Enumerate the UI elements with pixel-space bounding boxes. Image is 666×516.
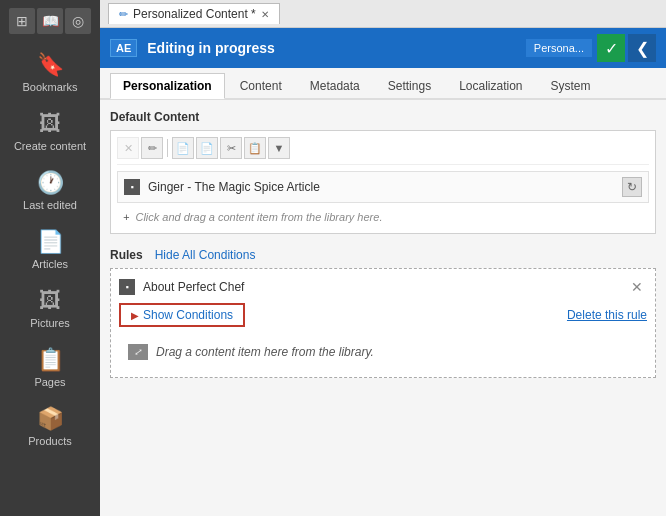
hide-conditions-link[interactable]: Hide All Conditions — [155, 248, 256, 262]
book-icon[interactable]: 📖 — [37, 8, 63, 34]
show-conditions-label: Show Conditions — [143, 308, 233, 322]
add-item-row: + Click and drag a content item from the… — [117, 207, 649, 227]
collapse-button[interactable]: ❮ — [628, 34, 656, 62]
persona-badge: Persona... — [526, 39, 592, 57]
close-tab-icon[interactable]: ✕ — [261, 9, 269, 20]
editing-status: Editing in progress — [147, 40, 526, 56]
ae-badge: AE — [110, 39, 137, 57]
edit-button[interactable]: ✏ — [141, 137, 163, 159]
content-item-action[interactable]: ↻ — [622, 177, 642, 197]
tab-settings[interactable]: Settings — [375, 73, 444, 99]
cut-button[interactable]: ✂ — [220, 137, 242, 159]
grid-icon[interactable]: ⊞ — [9, 8, 35, 34]
main-panel: ✏ Personalized Content * ✕ AE Editing in… — [100, 0, 666, 516]
drag-here-area: ⤢ Drag a content item here from the libr… — [119, 335, 647, 369]
products-icon: 📦 — [37, 406, 64, 432]
sidebar-item-pages[interactable]: 📋 Pages — [5, 339, 95, 396]
last-edited-icon: 🕐 — [37, 170, 64, 196]
rules-title: Rules — [110, 248, 143, 262]
arrow-icon: ▶ — [131, 310, 139, 321]
content-item-label: Ginger - The Magic Spice Article — [148, 180, 622, 194]
copy-button[interactable]: 📄 — [172, 137, 194, 159]
sidebar-item-label: Pictures — [30, 317, 70, 329]
pencil-icon: ✏ — [119, 8, 128, 21]
create-content-icon: 🖼 — [39, 111, 61, 137]
settings-icon[interactable]: ◎ — [65, 8, 91, 34]
rule-close-icon[interactable]: ✕ — [627, 277, 647, 297]
sidebar-item-label: Last edited — [23, 199, 77, 211]
tab-personalization[interactable]: Personalization — [110, 73, 225, 99]
rules-header: Rules Hide All Conditions — [110, 248, 656, 262]
check-button[interactable]: ✓ — [597, 34, 625, 62]
sidebar: ⊞ 📖 ◎ 🔖 Bookmarks 🖼 Create content 🕐 Las… — [0, 0, 100, 516]
sidebar-item-create-content[interactable]: 🖼 Create content — [5, 103, 95, 160]
toolbar-separator — [167, 139, 168, 157]
content-area: Default Content ✕ ✏ 📄 📄 ✂ 📋 ▼ ▪ Ginger -… — [100, 100, 666, 516]
sidebar-item-products[interactable]: 📦 Products — [5, 398, 95, 455]
sidebar-item-label: Pages — [34, 376, 65, 388]
sidebar-item-articles[interactable]: 📄 Articles — [5, 221, 95, 278]
tab-system[interactable]: System — [538, 73, 604, 99]
sidebar-item-bookmarks[interactable]: 🔖 Bookmarks — [5, 44, 95, 101]
rule-header: ▪ About Perfect Chef ✕ — [119, 277, 647, 297]
show-conditions-row: ▶ Show Conditions Delete this rule — [119, 303, 647, 327]
rule-icon: ▪ — [119, 279, 135, 295]
clipboard-button[interactable]: 📋 — [244, 137, 266, 159]
content-item: ▪ Ginger - The Magic Spice Article ↻ — [117, 171, 649, 203]
default-content-box: ✕ ✏ 📄 📄 ✂ 📋 ▼ ▪ Ginger - The Magic Spice… — [110, 130, 656, 234]
drag-here-label: Drag a content item here from the librar… — [156, 345, 374, 359]
rule-name: About Perfect Chef — [143, 280, 627, 294]
pictures-icon: 🖼 — [39, 288, 61, 314]
tab-localization[interactable]: Localization — [446, 73, 535, 99]
tab-content[interactable]: Content — [227, 73, 295, 99]
rules-section: Rules Hide All Conditions ▪ About Perfec… — [110, 248, 656, 378]
sidebar-item-last-edited[interactable]: 🕐 Last edited — [5, 162, 95, 219]
sidebar-item-label: Create content — [14, 140, 86, 152]
default-content-title: Default Content — [110, 110, 656, 124]
paste-button[interactable]: 📄 — [196, 137, 218, 159]
dropdown-button[interactable]: ▼ — [268, 137, 290, 159]
sidebar-item-label: Products — [28, 435, 71, 447]
sidebar-item-label: Articles — [32, 258, 68, 270]
sidebar-item-label: Bookmarks — [22, 81, 77, 93]
add-item-label: Click and drag a content item from the l… — [135, 211, 382, 223]
tab-bar: Personalization Content Metadata Setting… — [100, 68, 666, 100]
drag-icon: ⤢ — [128, 344, 148, 360]
pages-icon: 📋 — [37, 347, 64, 373]
sidebar-item-pictures[interactable]: 🖼 Pictures — [5, 280, 95, 337]
bookmarks-icon: 🔖 — [37, 52, 64, 78]
tab-metadata[interactable]: Metadata — [297, 73, 373, 99]
content-toolbar: ✕ ✏ 📄 📄 ✂ 📋 ▼ — [117, 137, 649, 165]
document-tab[interactable]: ✏ Personalized Content * ✕ — [108, 3, 280, 24]
delete-button[interactable]: ✕ — [117, 137, 139, 159]
header-bar: AE Editing in progress Persona... ✓ ❮ — [100, 28, 666, 68]
plus-icon: + — [123, 211, 129, 223]
title-bar: ✏ Personalized Content * ✕ — [100, 0, 666, 28]
tab-title: Personalized Content * — [133, 7, 256, 21]
articles-icon: 📄 — [37, 229, 64, 255]
sidebar-top-bar: ⊞ 📖 ◎ — [7, 4, 93, 38]
delete-rule-link[interactable]: Delete this rule — [567, 308, 647, 322]
rule-box: ▪ About Perfect Chef ✕ ▶ Show Conditions… — [110, 268, 656, 378]
show-conditions-button[interactable]: ▶ Show Conditions — [119, 303, 245, 327]
content-item-icon: ▪ — [124, 179, 140, 195]
